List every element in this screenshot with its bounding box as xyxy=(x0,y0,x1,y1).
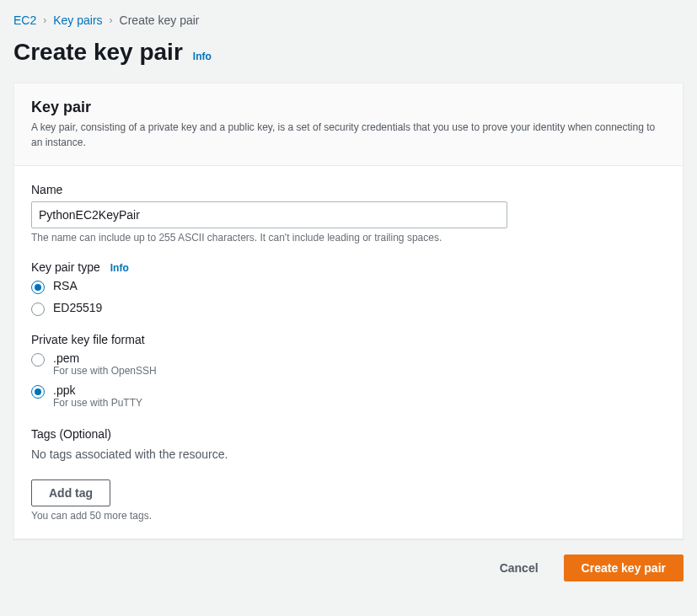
name-input[interactable] xyxy=(31,201,507,228)
radio-icon xyxy=(31,353,45,367)
breadcrumb: EC2 › Key pairs › Create key pair xyxy=(13,13,684,27)
radio-icon xyxy=(31,303,45,316)
panel-body: Name The name can include up to 255 ASCI… xyxy=(14,166,683,538)
radio-icon xyxy=(31,385,45,399)
footer-actions: Cancel Create key pair xyxy=(13,554,684,581)
tags-section: Tags (Optional) No tags associated with … xyxy=(31,427,666,522)
panel-header: Key pair A key pair, consisting of a pri… xyxy=(14,83,683,166)
add-tag-button[interactable]: Add tag xyxy=(31,479,110,506)
breadcrumb-current: Create key pair xyxy=(120,13,200,27)
key-pair-type-group: Key pair type Info RSA ED25519 xyxy=(31,260,666,316)
page-title: Create key pair xyxy=(13,39,183,66)
page-info-link[interactable]: Info xyxy=(193,51,212,62)
breadcrumb-key-pairs[interactable]: Key pairs xyxy=(53,13,102,27)
radio-pem-label: .pem xyxy=(53,351,157,365)
file-format-label: Private key file format xyxy=(31,333,666,346)
name-label: Name xyxy=(31,183,666,196)
name-hint: The name can include up to 255 ASCII cha… xyxy=(31,232,666,244)
key-pair-type-info-link[interactable]: Info xyxy=(110,262,129,274)
panel-description: A key pair, consisting of a private key … xyxy=(31,120,666,150)
radio-ed25519-label: ED25519 xyxy=(53,301,102,314)
radio-pem-desc: For use with OpenSSH xyxy=(53,365,157,377)
breadcrumb-ec2[interactable]: EC2 xyxy=(13,13,36,27)
tags-empty-text: No tags associated with the resource. xyxy=(31,447,666,461)
file-format-group: Private key file format .pem For use wit… xyxy=(31,333,666,409)
chevron-right-icon: › xyxy=(110,14,113,26)
create-key-pair-button[interactable]: Create key pair xyxy=(564,554,684,581)
panel-title: Key pair xyxy=(31,99,666,116)
radio-rsa[interactable]: RSA xyxy=(31,279,666,294)
radio-ed25519[interactable]: ED25519 xyxy=(31,301,666,316)
radio-icon xyxy=(31,281,45,294)
tags-label: Tags (Optional) xyxy=(31,427,666,441)
radio-ppk-label: .ppk xyxy=(53,383,142,397)
key-pair-type-label: Key pair type xyxy=(31,260,100,274)
cancel-button[interactable]: Cancel xyxy=(483,554,555,581)
key-pair-panel: Key pair A key pair, consisting of a pri… xyxy=(13,83,684,539)
page-header: Create key pair Info xyxy=(13,39,684,66)
radio-rsa-label: RSA xyxy=(53,279,78,292)
radio-ppk-desc: For use with PuTTY xyxy=(53,397,142,409)
radio-ppk[interactable]: .ppk For use with PuTTY xyxy=(31,383,666,409)
name-group: Name The name can include up to 255 ASCI… xyxy=(31,183,666,244)
chevron-right-icon: › xyxy=(43,14,46,26)
tags-hint: You can add 50 more tags. xyxy=(31,510,666,522)
radio-pem[interactable]: .pem For use with OpenSSH xyxy=(31,351,666,377)
